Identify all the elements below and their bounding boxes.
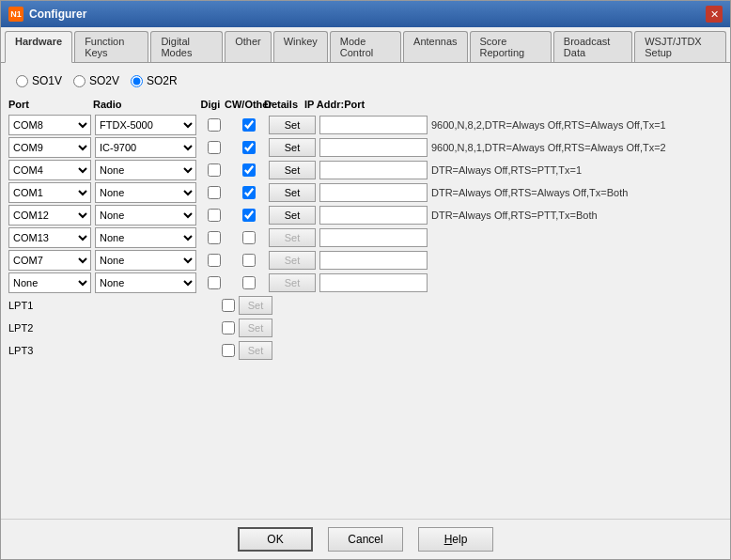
- digi-cell-4: [200, 209, 228, 222]
- set-button-7[interactable]: Set: [269, 273, 316, 292]
- radio-select-0[interactable]: NoneFTDX-5000IC-9700IC-7300K3TS-590FT-99…: [95, 115, 196, 135]
- so2v-radio[interactable]: [73, 75, 86, 87]
- digi-cell-5: [200, 231, 228, 244]
- ip-input-6[interactable]: [319, 251, 428, 270]
- ip-input-4[interactable]: [319, 206, 428, 225]
- lpt-label-1: LPT2: [8, 322, 40, 334]
- set-button-6[interactable]: Set: [269, 251, 316, 270]
- lpt-set-button-0[interactable]: Set: [239, 296, 272, 315]
- set-button-3[interactable]: Set: [269, 183, 316, 202]
- port-select-4[interactable]: COM1COM2COM3COM4COM5COM6COM7COM8COM9COM1…: [8, 205, 91, 226]
- cw-checkbox-5[interactable]: [242, 231, 256, 244]
- so2r-option[interactable]: SO2R: [131, 74, 178, 87]
- digi-checkbox-4[interactable]: [208, 209, 221, 222]
- digi-checkbox-6[interactable]: [208, 254, 221, 267]
- title-bar: N1 Configurer ✕: [1, 1, 730, 27]
- cw-checkbox-2[interactable]: [242, 163, 256, 177]
- port-select-1[interactable]: COM1COM2COM3COM4COM5COM6COM7COM8COM9COM1…: [8, 137, 91, 158]
- lpt-set-button-1[interactable]: Set: [239, 319, 272, 337]
- cw-checkbox-7[interactable]: [242, 276, 256, 289]
- port-select-5[interactable]: COM1COM2COM3COM4COM5COM6COM7COM8COM9COM1…: [8, 227, 91, 248]
- ip-input-0[interactable]: [319, 116, 428, 134]
- ip-input-1[interactable]: [319, 138, 428, 157]
- radio-select-5[interactable]: NoneFTDX-5000IC-9700IC-7300K3TS-590FT-99…: [95, 227, 196, 248]
- tab-antennas[interactable]: Antennas: [403, 31, 467, 62]
- tab-winkey[interactable]: Winkey: [273, 31, 328, 62]
- so2r-radio[interactable]: [131, 75, 143, 87]
- tab-bar: Hardware Function Keys Digital Modes Oth…: [1, 27, 730, 63]
- tab-other[interactable]: Other: [225, 31, 272, 62]
- port-select-3[interactable]: COM1COM2COM3COM4COM5COM6COM7COM8COM9COM1…: [8, 182, 91, 203]
- cw-cell-6: [232, 254, 265, 267]
- lpt-checkbox-2[interactable]: [222, 344, 235, 357]
- ip-input-2[interactable]: [319, 161, 428, 179]
- so2v-label: SO2V: [89, 74, 119, 87]
- tab-digital-modes[interactable]: Digital Modes: [150, 31, 223, 62]
- table-row: COM1COM2COM3COM4COM5COM6COM7COM8COM9COM1…: [8, 272, 723, 294]
- port-select-7[interactable]: COM1COM2COM3COM4COM5COM6COM7COM8COM9COM1…: [8, 272, 91, 293]
- ip-input-7[interactable]: [319, 273, 428, 292]
- cancel-button[interactable]: Cancel: [328, 527, 403, 552]
- digi-cell-0: [200, 118, 228, 132]
- app-icon: N1: [8, 7, 23, 22]
- port-select-6[interactable]: COM1COM2COM3COM4COM5COM6COM7COM8COM9COM1…: [8, 250, 91, 271]
- main-window: N1 Configurer ✕ Hardware Function Keys D…: [0, 0, 731, 560]
- info-text-4: DTR=Always Off,RTS=PTT,Tx=Both: [431, 210, 723, 221]
- header-port: Port: [8, 99, 93, 110]
- ip-input-3[interactable]: [319, 183, 428, 202]
- cw-checkbox-4[interactable]: [242, 209, 256, 222]
- header-cw-other: CW/Other: [225, 99, 257, 110]
- tab-function-keys[interactable]: Function Keys: [74, 31, 148, 62]
- footer: OK Cancel Help: [1, 519, 730, 559]
- tab-mode-control[interactable]: Mode Control: [330, 31, 401, 62]
- port-select-0[interactable]: COM1COM2COM3COM4COM5COM6COM7COM8COM9COM1…: [8, 115, 91, 135]
- cw-cell-0: [232, 118, 265, 132]
- radio-select-7[interactable]: NoneFTDX-5000IC-9700IC-7300K3TS-590FT-99…: [95, 272, 196, 293]
- cw-checkbox-3[interactable]: [242, 186, 256, 199]
- close-button[interactable]: ✕: [706, 6, 723, 23]
- ip-input-5[interactable]: [319, 228, 428, 247]
- tab-score-reporting[interactable]: Score Reporting: [470, 31, 552, 62]
- digi-checkbox-3[interactable]: [208, 186, 221, 199]
- set-button-2[interactable]: Set: [269, 161, 316, 179]
- so2v-option[interactable]: SO2V: [73, 74, 119, 87]
- set-button-1[interactable]: Set: [269, 138, 316, 157]
- cw-checkbox-1[interactable]: [242, 141, 256, 154]
- set-button-4[interactable]: Set: [269, 206, 316, 225]
- digi-checkbox-0[interactable]: [208, 118, 221, 132]
- cw-checkbox-0[interactable]: [242, 118, 256, 132]
- lpt-checkbox-0[interactable]: [222, 299, 235, 312]
- set-button-0[interactable]: Set: [269, 116, 316, 134]
- digi-checkbox-7[interactable]: [208, 276, 221, 289]
- digi-checkbox-1[interactable]: [208, 141, 221, 154]
- header-digi: Digi: [196, 99, 225, 110]
- info-text-1: 9600,N,8,1,DTR=Always Off,RTS=Always Off…: [431, 142, 723, 153]
- header-radio: Radio: [93, 99, 196, 110]
- tab-wsjt-jtdx[interactable]: WSJT/JTDX Setup: [634, 31, 726, 62]
- content-area: SO1V SO2V SO2R Port Radio Digi CW/Other …: [1, 63, 730, 519]
- port-select-2[interactable]: COM1COM2COM3COM4COM5COM6COM7COM8COM9COM1…: [8, 160, 91, 180]
- help-button[interactable]: Help: [418, 527, 493, 552]
- set-button-5[interactable]: Set: [269, 228, 316, 247]
- lpt-row-0: LPT1Set: [8, 294, 723, 317]
- info-text-3: DTR=Always Off,RTS=Always Off,Tx=Both: [431, 187, 723, 198]
- radio-select-2[interactable]: NoneFTDX-5000IC-9700IC-7300K3TS-590FT-99…: [95, 160, 196, 180]
- so1v-radio[interactable]: [16, 75, 28, 87]
- radio-select-4[interactable]: NoneFTDX-5000IC-9700IC-7300K3TS-590FT-99…: [95, 205, 196, 226]
- table-row: COM1COM2COM3COM4COM5COM6COM7COM8COM9COM1…: [8, 159, 723, 181]
- ok-button[interactable]: OK: [238, 527, 313, 552]
- tab-broadcast-data[interactable]: Broadcast Data: [553, 31, 632, 62]
- lpt-set-button-2[interactable]: Set: [239, 341, 272, 360]
- radio-select-6[interactable]: NoneFTDX-5000IC-9700IC-7300K3TS-590FT-99…: [95, 250, 196, 271]
- cw-checkbox-6[interactable]: [242, 254, 256, 267]
- cw-cell-7: [232, 276, 265, 289]
- lpt-row-2: LPT3Set: [8, 339, 723, 362]
- radio-select-3[interactable]: NoneFTDX-5000IC-9700IC-7300K3TS-590FT-99…: [95, 182, 196, 203]
- radio-select-1[interactable]: NoneFTDX-5000IC-9700IC-7300K3TS-590FT-99…: [95, 137, 196, 158]
- tab-hardware[interactable]: Hardware: [5, 31, 72, 63]
- digi-checkbox-2[interactable]: [208, 163, 221, 177]
- lpt-checkbox-1[interactable]: [222, 321, 235, 334]
- so1v-option[interactable]: SO1V: [16, 74, 62, 87]
- digi-checkbox-5[interactable]: [208, 231, 221, 244]
- header-details: Details: [257, 99, 304, 110]
